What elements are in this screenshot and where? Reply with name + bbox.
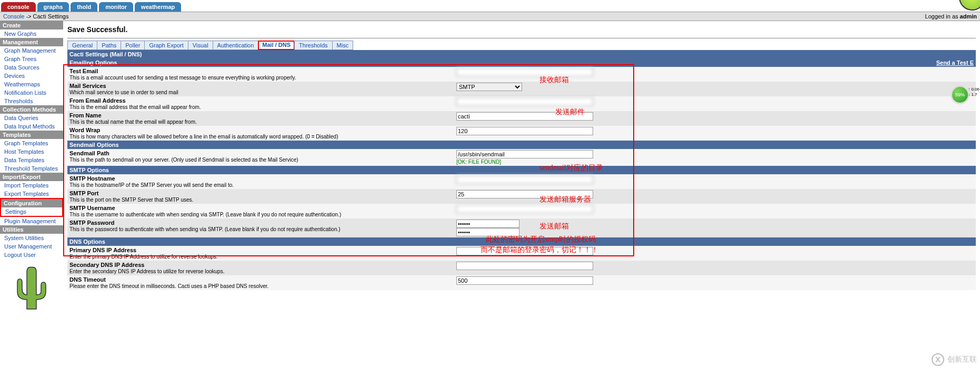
tab-graphs[interactable]: graphs [37,2,69,12]
input-smtp-host[interactable] [456,175,593,184]
lbl-smtp-port: SMTP Port [69,190,452,196]
desc-dns-secondary: Enter the secondary DNS IP Address to ut… [69,268,224,274]
sidebar: Create New Graphs Management Graph Manag… [0,21,63,312]
tab-thold[interactable]: thold [71,2,97,12]
settings-tabs: General Paths Poller Graph Export Visual… [67,41,976,50]
sidebar-data-sources[interactable]: Data Sources [0,63,63,72]
settings-tab-maildns[interactable]: Mail / DNS [258,41,295,50]
lbl-word-wrap: Word Wrap [69,127,452,133]
lbl-smtp-user: SMTP Username [69,205,452,211]
input-sendmail-path[interactable] [456,150,593,158]
breadcrumb-sep: -> [24,13,33,19]
lbl-mail-services: Mail Services [69,83,452,89]
input-smtp-pass2[interactable] [456,228,519,236]
sidebar-hdr-utilities: Utilities [0,225,63,234]
settings-tab-poller[interactable]: Poller [121,41,145,50]
breadcrumb: Console -> Cacti Settings [3,13,68,19]
gauge-up: 0.06 [968,87,979,92]
sidebar-host-templates[interactable]: Host Templates [0,147,63,156]
tab-monitor[interactable]: monitor [99,2,133,12]
desc-smtp-port: This is the port on the SMTP Server that… [69,197,193,203]
desc-dns-timeout: Please enter the DNS timeout in millisec… [69,283,268,289]
desc-from-name: This is the actual name that the email w… [69,119,197,125]
sidebar-thresholds[interactable]: Thresholds [0,97,63,105]
sidebar-user-mgmt[interactable]: User Management [0,242,63,251]
sidebar-hdr-templates: Templates [0,131,63,139]
ok-sendmail: [OK: FILE FOUND] [456,159,501,165]
send-test-link[interactable]: Send a Test E [936,59,974,66]
settings-table: Cacti Settings (Mail / DNS) Emailing Opt… [67,50,976,290]
breadcrumb-bar: Console -> Cacti Settings Logged in as a… [0,12,980,21]
sidebar-system-utilities[interactable]: System Utilities [0,234,63,242]
section-emailing: Emailing Options [67,58,665,67]
save-message: Save Successful. [67,24,976,38]
sidebar-graph-mgmt[interactable]: Graph Management [0,46,63,55]
input-smtp-pass1[interactable] [456,220,519,228]
tab-weathermap[interactable]: weathermap [135,2,181,12]
sidebar-settings[interactable]: Settings [1,207,62,216]
sidebar-plugin-mgmt[interactable]: Plugin Management [0,217,63,225]
input-test-email[interactable] [456,68,593,76]
section-dns: DNS Options [67,237,976,246]
input-from-email[interactable] [456,97,593,106]
desc-test-email: This is a email account used for sending… [69,75,296,81]
settings-tab-visual[interactable]: Visual [188,41,213,50]
desc-from-email: This is the email address that the email… [69,104,201,110]
sidebar-weathermaps[interactable]: Weathermaps [0,80,63,88]
desc-mail-services: Which mail service to use in order to se… [69,89,178,95]
desc-dns-primary: Enter the primary DNS IP Address to util… [69,254,218,260]
input-smtp-user[interactable] [456,205,593,213]
sidebar-threshold-templates[interactable]: Threshold Templates [0,164,63,173]
sidebar-graph-trees[interactable]: Graph Trees [0,55,63,63]
sidebar-new-graphs[interactable]: New Graphs [0,29,63,38]
settings-tab-paths[interactable]: Paths [97,41,121,50]
sidebar-devices[interactable]: Devices [0,72,63,80]
lbl-sendmail-path: Sendmail Path [69,150,452,156]
section-smtp: SMTP Options [67,166,976,174]
settings-tab-auth[interactable]: Authentication [213,41,259,50]
sidebar-data-input-methods[interactable]: Data Input Methods [0,122,63,131]
lbl-from-email: From Email Address [69,97,452,104]
lbl-from-name: From Name [69,112,452,118]
lbl-test-email: Test Email [69,68,452,74]
sidebar-export-templates[interactable]: Export Templates [0,190,63,198]
desc-sendmail-path: This is the path to sendmail on your ser… [69,157,298,163]
lbl-dns-timeout: DNS Timeout [69,276,452,283]
tab-console[interactable]: console [1,2,36,12]
sidebar-data-queries[interactable]: Data Queries [0,114,63,122]
breadcrumb-console[interactable]: Console [3,13,24,19]
settings-tab-misc[interactable]: Misc [332,41,354,50]
gauge-icon: 59% [951,85,969,104]
sidebar-graph-templates[interactable]: Graph Templates [0,139,63,147]
input-word-wrap[interactable] [456,127,593,135]
input-from-name[interactable] [456,112,593,121]
logo [933,0,980,12]
select-mail-services[interactable]: SMTP [456,83,522,91]
lbl-smtp-pass: SMTP Password [69,220,452,226]
input-dns-secondary[interactable] [456,262,593,270]
lbl-dns-secondary: Secondary DNS IP Address [69,262,452,268]
sidebar-hdr-importexport: Import/Export [0,173,63,181]
gauge-info: 0.06 1.7 [968,87,979,97]
settings-tab-thresholds[interactable]: Thresholds [294,41,332,50]
settings-tab-general[interactable]: General [67,41,97,50]
sidebar-hdr-collection: Collection Methods [0,105,63,114]
desc-smtp-host: This is the hostname/IP of the SMTP Serv… [69,182,234,188]
desc-smtp-user: This is the username to authenticate wit… [69,212,341,217]
input-smtp-port[interactable] [456,190,593,198]
sidebar-hdr-configuration: Configuration [1,199,62,207]
settings-tab-graphexport[interactable]: Graph Export [144,41,188,50]
breadcrumb-page: Cacti Settings [33,13,69,19]
sidebar-data-templates[interactable]: Data Templates [0,156,63,164]
section-title: Cacti Settings (Mail / DNS) [67,50,976,58]
login-user: admin [960,13,977,19]
cactus-icon [16,263,47,311]
desc-word-wrap: This is how many characters will be allo… [69,134,338,140]
top-tabs: console graphs thold monitor weathermap [0,0,980,12]
sidebar-notification-lists[interactable]: Notification Lists [0,88,63,97]
lbl-smtp-host: SMTP Hostname [69,175,452,182]
sidebar-logout[interactable]: Logout User [0,251,63,259]
sidebar-import-templates[interactable]: Import Templates [0,181,63,190]
input-dns-primary[interactable] [456,247,593,255]
input-dns-timeout[interactable] [456,276,593,285]
